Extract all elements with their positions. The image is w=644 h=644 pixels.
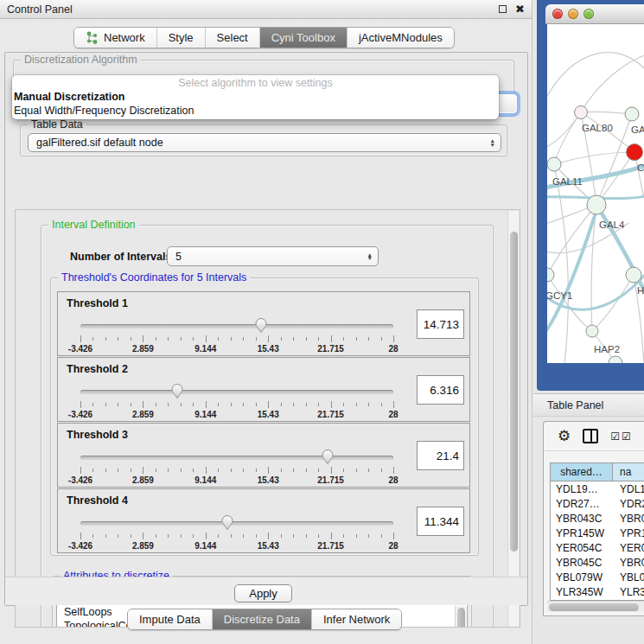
network-node[interactable] <box>547 268 554 282</box>
tab-network[interactable]: Network <box>74 28 157 48</box>
tab-infer-network[interactable]: Infer Network <box>312 609 401 629</box>
cell-shared-name[interactable]: YBL079W <box>551 570 613 584</box>
network-node[interactable] <box>627 144 643 161</box>
network-edge[interactable] <box>554 152 634 164</box>
cell-shared-name[interactable]: YLR345W <box>551 584 613 599</box>
cell-shared-name[interactable]: YDL19… <box>551 481 613 496</box>
table-panel-titlebar: Table Panel <box>533 393 644 417</box>
checkbox-icon[interactable]: ☑ <box>622 430 631 443</box>
close-traffic-light[interactable] <box>552 9 563 19</box>
cell-shared-name[interactable]: YBR043C <box>551 511 613 526</box>
node-label: GAL4 <box>599 220 625 230</box>
network-edge[interactable] <box>581 54 644 112</box>
network-node[interactable] <box>575 106 588 119</box>
network-edge[interactable] <box>547 205 596 275</box>
tab-style[interactable]: Style <box>157 28 206 48</box>
algorithm-placeholder-option[interactable]: Select algorithm to view settings <box>12 75 499 90</box>
network-edge[interactable] <box>547 112 581 149</box>
tab-impute-data[interactable]: Impute Data <box>128 609 213 629</box>
cell-name[interactable]: YBR04 <box>613 555 644 570</box>
minimize-traffic-light[interactable] <box>568 9 578 19</box>
table-row[interactable]: YBR043CYBR04 <box>551 511 644 526</box>
cell-name[interactable]: YDL19 <box>613 481 644 496</box>
network-node[interactable] <box>586 325 598 337</box>
tab-discretize-data-label: Discretize Data <box>224 613 300 626</box>
scrollbar-thumb[interactable] <box>510 232 518 552</box>
table-row[interactable]: YBR045CYBR04 <box>551 555 644 570</box>
table-row[interactable]: YBL079WYBL07 <box>551 570 644 584</box>
cell-name[interactable]: YBL07 <box>613 570 644 584</box>
float-window-icon[interactable] <box>499 5 507 13</box>
cell-name[interactable]: YLR34 <box>613 584 644 599</box>
network-node[interactable] <box>587 195 606 214</box>
option-manual-discretization[interactable]: Manual Discretization <box>12 90 499 104</box>
close-icon[interactable]: ✖ <box>515 3 525 15</box>
cell-name[interactable]: YER05 <box>613 540 644 555</box>
network-canvas[interactable]: GAL80GACGAL11GAL4GCY1HHAP2 <box>547 24 644 363</box>
table-data-combobox[interactable]: galFiltered.sif default node ▲▼ <box>28 133 501 152</box>
network-node[interactable] <box>626 267 641 283</box>
slider-track[interactable] <box>80 521 393 526</box>
slider-track[interactable] <box>80 324 393 328</box>
slider-track[interactable] <box>80 456 393 460</box>
threshold-value-field[interactable]: 6.316 <box>417 375 464 405</box>
threshold-slider[interactable]: -3.4262.8599.14415.4321.71528 <box>80 448 393 486</box>
network-node[interactable] <box>625 107 639 121</box>
cell-shared-name[interactable]: YDR27… <box>551 496 613 511</box>
option-equal-width-frequency[interactable]: Equal Width/Frequency Discretization <box>12 104 499 118</box>
cell-name[interactable]: YDR27 <box>613 496 644 511</box>
threshold-slider[interactable]: -3.4262.8599.14415.4321.71528 <box>80 513 393 552</box>
scrollbar-thumb[interactable] <box>457 608 465 628</box>
tab-select[interactable]: Select <box>206 28 260 48</box>
threshold-slider[interactable]: -3.4262.8599.14415.4321.71528 <box>80 382 393 420</box>
cell-shared-name[interactable]: YBR045C <box>551 555 613 570</box>
threshold-value-field[interactable]: 14.713 <box>417 309 464 339</box>
gear-icon[interactable]: ⚙ <box>558 427 571 445</box>
network-edge[interactable] <box>581 112 632 114</box>
threshold-1-panel: Threshold 1-3.4262.8599.14415.4321.71528… <box>57 291 470 356</box>
settings-scroll-area: Interval Definition Number of Intervals … <box>15 209 520 628</box>
table-row[interactable]: YER054CYER05 <box>551 540 644 555</box>
network-node[interactable] <box>547 157 561 171</box>
column-header-name[interactable]: na <box>613 463 644 481</box>
threshold-2-panel: Threshold 2-3.4262.8599.14415.4321.71528… <box>57 357 470 422</box>
cell-name[interactable]: YBR04 <box>613 511 644 526</box>
tab-jactivemnodules[interactable]: jActiveMNodules <box>348 28 454 48</box>
scale-tick-label: 9.144 <box>194 344 216 354</box>
threshold-slider[interactable]: -3.4262.8599.14415.4321.71528 <box>80 316 393 354</box>
table-horizontal-scrollbar[interactable] <box>547 601 644 612</box>
cell-name[interactable]: YPR14 <box>613 526 644 540</box>
network-edge[interactable] <box>554 164 568 363</box>
split-view-icon[interactable] <box>583 429 598 443</box>
network-edge[interactable] <box>547 207 597 337</box>
column-header-shared[interactable]: shared… <box>551 463 613 481</box>
table-row[interactable]: YLR345WYLR34 <box>551 584 644 599</box>
threshold-value-field[interactable]: 21.4 <box>417 441 464 470</box>
slider-track[interactable] <box>80 390 393 394</box>
attributes-scrollbar[interactable] <box>455 606 466 628</box>
table-row[interactable]: YDR27…YDR27 <box>551 496 644 511</box>
slider-thumb-icon[interactable] <box>170 383 184 399</box>
network-node[interactable] <box>609 356 622 363</box>
network-edge[interactable] <box>547 53 644 106</box>
network-edge[interactable] <box>592 275 634 331</box>
slider-thumb-icon[interactable] <box>321 449 335 465</box>
cell-shared-name[interactable]: YER054C <box>551 540 613 555</box>
scale-tick-label: 28 <box>388 475 398 485</box>
slider-thumb-icon[interactable] <box>254 317 268 334</box>
checkbox-icon[interactable]: ☑ <box>610 430 620 443</box>
threshold-value-field[interactable]: 11.344 <box>417 507 464 536</box>
scrollbar-thumb[interactable] <box>549 603 639 611</box>
tab-cyni-toolbox[interactable]: Cyni Toolbox <box>260 28 348 48</box>
table-row[interactable]: YPR145WYPR14 <box>551 526 644 540</box>
tab-discretize-data[interactable]: Discretize Data <box>213 609 312 629</box>
table-row[interactable]: YDL19…YDL19 <box>551 481 644 496</box>
settings-scrollbar[interactable] <box>507 211 519 628</box>
network-edge[interactable] <box>554 112 581 164</box>
apply-button[interactable]: Apply <box>234 584 292 603</box>
zoom-traffic-light[interactable] <box>583 9 594 19</box>
slider-thumb-icon[interactable] <box>220 514 234 531</box>
cell-shared-name[interactable]: YPR145W <box>551 526 613 540</box>
control-panel-window: Control Panel ✖ Network Style Select Cyn… <box>0 0 532 644</box>
number-of-intervals-combobox[interactable]: 5 ▲▼ <box>167 246 379 266</box>
